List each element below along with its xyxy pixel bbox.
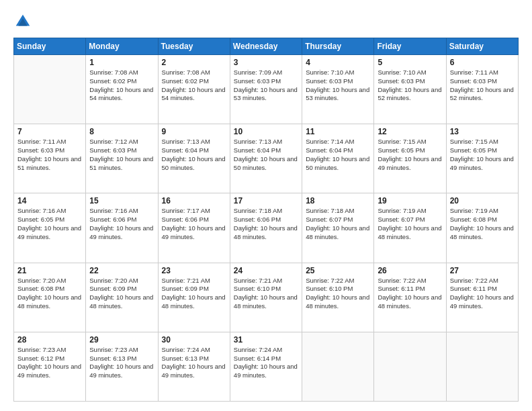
day-info: Sunrise: 7:13 AM Sunset: 6:04 PM Dayligh…	[162, 138, 226, 172]
day-number: 6	[450, 58, 515, 67]
day-info: Sunrise: 7:22 AM Sunset: 6:11 PM Dayligh…	[450, 277, 515, 311]
day-info: Sunrise: 7:23 AM Sunset: 6:12 PM Dayligh…	[17, 346, 82, 380]
calendar-cell: 28Sunrise: 7:23 AM Sunset: 6:12 PM Dayli…	[14, 332, 86, 401]
day-info: Sunrise: 7:15 AM Sunset: 6:05 PM Dayligh…	[378, 138, 442, 172]
calendar-cell: 23Sunrise: 7:21 AM Sunset: 6:09 PM Dayli…	[158, 263, 230, 332]
calendar-week-row: 28Sunrise: 7:23 AM Sunset: 6:12 PM Dayli…	[14, 332, 519, 401]
calendar-cell: 7Sunrise: 7:11 AM Sunset: 6:03 PM Daylig…	[14, 124, 86, 193]
col-header-sunday: Sunday	[14, 38, 86, 55]
day-number: 10	[234, 127, 298, 136]
day-number: 20	[450, 196, 515, 205]
day-info: Sunrise: 7:17 AM Sunset: 6:06 PM Dayligh…	[162, 207, 226, 241]
day-info: Sunrise: 7:21 AM Sunset: 6:10 PM Dayligh…	[234, 277, 298, 311]
calendar-cell: 9Sunrise: 7:13 AM Sunset: 6:04 PM Daylig…	[158, 124, 230, 193]
calendar-cell: 14Sunrise: 7:16 AM Sunset: 6:05 PM Dayli…	[14, 193, 86, 263]
calendar-header-row: SundayMondayTuesdayWednesdayThursdayFrid…	[14, 38, 519, 55]
day-info: Sunrise: 7:24 AM Sunset: 6:14 PM Dayligh…	[234, 346, 298, 380]
calendar-cell: 18Sunrise: 7:18 AM Sunset: 6:07 PM Dayli…	[302, 193, 374, 263]
day-number: 7	[17, 127, 82, 136]
day-number: 27	[450, 266, 515, 275]
day-info: Sunrise: 7:10 AM Sunset: 6:03 PM Dayligh…	[306, 68, 370, 103]
day-info: Sunrise: 7:11 AM Sunset: 6:03 PM Dayligh…	[17, 138, 82, 172]
day-number: 2	[162, 58, 226, 67]
day-number: 15	[89, 196, 154, 205]
day-number: 26	[378, 266, 442, 275]
day-info: Sunrise: 7:09 AM Sunset: 6:03 PM Dayligh…	[234, 68, 298, 103]
calendar-cell: 31Sunrise: 7:24 AM Sunset: 6:14 PM Dayli…	[230, 332, 302, 401]
logo-icon	[13, 12, 32, 31]
page: SundayMondayTuesdayWednesdayThursdayFrid…	[0, 0, 532, 411]
day-number: 4	[306, 58, 370, 67]
calendar-cell: 26Sunrise: 7:22 AM Sunset: 6:11 PM Dayli…	[374, 263, 446, 332]
day-number: 5	[378, 58, 442, 67]
col-header-tuesday: Tuesday	[158, 38, 230, 55]
day-number: 8	[89, 127, 154, 136]
calendar-cell: 19Sunrise: 7:19 AM Sunset: 6:07 PM Dayli…	[374, 193, 446, 263]
calendar-cell	[374, 332, 446, 401]
calendar-cell: 22Sunrise: 7:20 AM Sunset: 6:09 PM Dayli…	[86, 263, 158, 332]
day-number: 11	[306, 127, 370, 136]
calendar-cell: 29Sunrise: 7:23 AM Sunset: 6:13 PM Dayli…	[86, 332, 158, 401]
col-header-monday: Monday	[86, 38, 158, 55]
day-info: Sunrise: 7:18 AM Sunset: 6:06 PM Dayligh…	[234, 207, 298, 241]
calendar-cell: 21Sunrise: 7:20 AM Sunset: 6:08 PM Dayli…	[14, 263, 86, 332]
day-info: Sunrise: 7:18 AM Sunset: 6:07 PM Dayligh…	[306, 207, 370, 241]
logo	[13, 12, 35, 31]
calendar-cell: 17Sunrise: 7:18 AM Sunset: 6:06 PM Dayli…	[230, 193, 302, 263]
col-header-thursday: Thursday	[302, 38, 374, 55]
calendar-week-row: 7Sunrise: 7:11 AM Sunset: 6:03 PM Daylig…	[14, 124, 519, 193]
day-number: 21	[17, 266, 82, 275]
day-info: Sunrise: 7:10 AM Sunset: 6:03 PM Dayligh…	[378, 68, 442, 103]
day-info: Sunrise: 7:08 AM Sunset: 6:02 PM Dayligh…	[162, 68, 226, 103]
calendar-cell: 2Sunrise: 7:08 AM Sunset: 6:02 PM Daylig…	[158, 55, 230, 124]
day-info: Sunrise: 7:20 AM Sunset: 6:08 PM Dayligh…	[17, 277, 82, 311]
calendar-cell: 8Sunrise: 7:12 AM Sunset: 6:03 PM Daylig…	[86, 124, 158, 193]
day-number: 18	[306, 196, 370, 205]
calendar-cell: 16Sunrise: 7:17 AM Sunset: 6:06 PM Dayli…	[158, 193, 230, 263]
calendar-cell: 24Sunrise: 7:21 AM Sunset: 6:10 PM Dayli…	[230, 263, 302, 332]
day-number: 22	[89, 266, 154, 275]
day-number: 3	[234, 58, 298, 67]
day-number: 16	[162, 196, 226, 205]
day-info: Sunrise: 7:08 AM Sunset: 6:02 PM Dayligh…	[89, 68, 154, 103]
day-number: 1	[89, 58, 154, 67]
calendar-cell: 12Sunrise: 7:15 AM Sunset: 6:05 PM Dayli…	[374, 124, 446, 193]
day-number: 28	[17, 335, 82, 345]
calendar-week-row: 21Sunrise: 7:20 AM Sunset: 6:08 PM Dayli…	[14, 263, 519, 332]
day-info: Sunrise: 7:12 AM Sunset: 6:03 PM Dayligh…	[89, 138, 154, 172]
col-header-friday: Friday	[374, 38, 446, 55]
day-number: 24	[234, 266, 298, 275]
calendar-cell: 15Sunrise: 7:16 AM Sunset: 6:06 PM Dayli…	[86, 193, 158, 263]
calendar-cell: 20Sunrise: 7:19 AM Sunset: 6:08 PM Dayli…	[446, 193, 518, 263]
day-info: Sunrise: 7:13 AM Sunset: 6:04 PM Dayligh…	[234, 138, 298, 172]
day-number: 29	[89, 335, 154, 345]
calendar-week-row: 14Sunrise: 7:16 AM Sunset: 6:05 PM Dayli…	[14, 193, 519, 263]
day-info: Sunrise: 7:14 AM Sunset: 6:04 PM Dayligh…	[306, 138, 370, 172]
calendar-cell	[302, 332, 374, 401]
calendar-cell: 3Sunrise: 7:09 AM Sunset: 6:03 PM Daylig…	[230, 55, 302, 124]
day-info: Sunrise: 7:24 AM Sunset: 6:13 PM Dayligh…	[162, 346, 226, 380]
day-number: 30	[162, 335, 226, 345]
calendar-cell: 6Sunrise: 7:11 AM Sunset: 6:03 PM Daylig…	[446, 55, 518, 124]
day-info: Sunrise: 7:19 AM Sunset: 6:08 PM Dayligh…	[450, 207, 515, 241]
day-info: Sunrise: 7:22 AM Sunset: 6:11 PM Dayligh…	[378, 277, 442, 311]
calendar-cell: 27Sunrise: 7:22 AM Sunset: 6:11 PM Dayli…	[446, 263, 518, 332]
day-info: Sunrise: 7:11 AM Sunset: 6:03 PM Dayligh…	[450, 68, 515, 103]
calendar-cell: 10Sunrise: 7:13 AM Sunset: 6:04 PM Dayli…	[230, 124, 302, 193]
day-info: Sunrise: 7:15 AM Sunset: 6:05 PM Dayligh…	[450, 138, 515, 172]
day-info: Sunrise: 7:19 AM Sunset: 6:07 PM Dayligh…	[378, 207, 442, 241]
col-header-saturday: Saturday	[446, 38, 518, 55]
calendar-cell: 5Sunrise: 7:10 AM Sunset: 6:03 PM Daylig…	[374, 55, 446, 124]
day-number: 9	[162, 127, 226, 136]
day-info: Sunrise: 7:23 AM Sunset: 6:13 PM Dayligh…	[89, 346, 154, 380]
calendar-cell: 11Sunrise: 7:14 AM Sunset: 6:04 PM Dayli…	[302, 124, 374, 193]
day-info: Sunrise: 7:20 AM Sunset: 6:09 PM Dayligh…	[89, 277, 154, 311]
header	[13, 12, 519, 31]
calendar-table: SundayMondayTuesdayWednesdayThursdayFrid…	[13, 38, 519, 402]
day-number: 17	[234, 196, 298, 205]
day-number: 14	[17, 196, 82, 205]
day-info: Sunrise: 7:22 AM Sunset: 6:10 PM Dayligh…	[306, 277, 370, 311]
day-number: 19	[378, 196, 442, 205]
calendar-cell: 25Sunrise: 7:22 AM Sunset: 6:10 PM Dayli…	[302, 263, 374, 332]
day-info: Sunrise: 7:16 AM Sunset: 6:05 PM Dayligh…	[17, 207, 82, 241]
